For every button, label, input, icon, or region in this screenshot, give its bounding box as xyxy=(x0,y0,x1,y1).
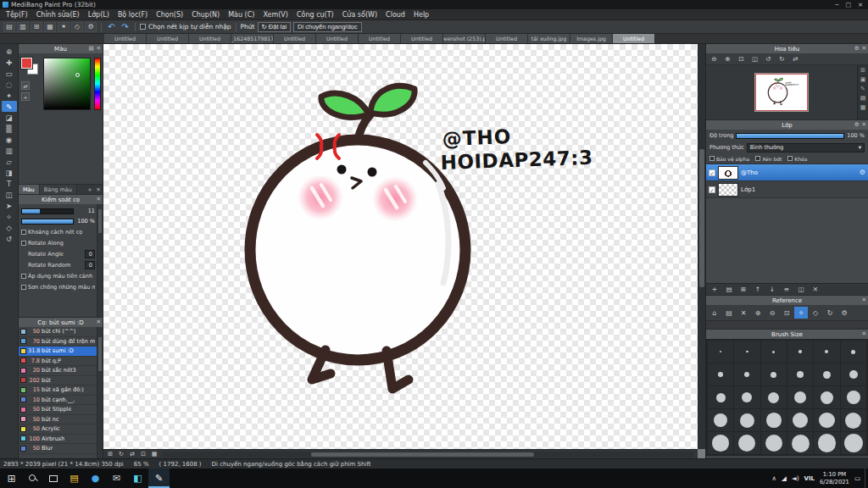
snap-settings-icon[interactable]: ⚙ xyxy=(85,22,97,32)
brush-list-item[interactable]: 50 bút Stipple xyxy=(19,405,97,415)
tool-dot[interactable]: ▒ xyxy=(2,123,17,134)
taskbar-mail-icon[interactable]: ✉ xyxy=(106,469,127,488)
tool-select-eraser[interactable]: ◨ xyxy=(2,167,17,178)
setting-value[interactable]: 0 xyxy=(85,261,95,269)
brush-size-swatch[interactable] xyxy=(787,341,813,363)
taskbar-medibang-icon[interactable]: ✎ xyxy=(148,469,170,488)
saturation-value-picker[interactable] xyxy=(43,58,91,110)
menu-item[interactable]: Công cụ(T) xyxy=(292,11,338,19)
zoom-in-icon[interactable]: ⊕ xyxy=(751,307,765,319)
document-tab[interactable]: Untitled xyxy=(189,34,231,43)
tool-zoom[interactable]: ⊕ xyxy=(2,46,17,57)
brush-size-swatch[interactable] xyxy=(814,432,839,454)
panel-close-icon[interactable]: ✕ xyxy=(862,297,866,303)
snap-radial-icon[interactable]: ✶ xyxy=(58,22,70,32)
brush-list-item[interactable]: 20 bút sắc nét3 xyxy=(19,366,97,376)
home-icon[interactable]: ⌂ xyxy=(708,307,721,319)
settings-icon[interactable]: ⚙ xyxy=(837,307,851,319)
brush-size-swatch[interactable] xyxy=(734,363,760,385)
panel-close-icon[interactable]: ✕ xyxy=(97,196,101,202)
panel-color-icon[interactable]: ▣ xyxy=(860,76,866,83)
panel-scrollbar[interactable] xyxy=(97,204,103,317)
brush-setting-row[interactable]: Áp dụng màu tiền cảnh xyxy=(21,270,95,281)
tab-palette[interactable]: Bảng màu xyxy=(40,185,77,194)
brush-list-item[interactable]: 50 bút nc xyxy=(19,415,97,425)
brush-list-item[interactable]: 50 Blur xyxy=(19,444,97,454)
menu-item[interactable]: Bộ lọc(F) xyxy=(114,11,152,19)
maximize-button[interactable]: □ xyxy=(846,2,852,8)
zoom-out-icon[interactable]: ⊖ xyxy=(708,54,721,64)
flip-horizontal-icon[interactable]: ⇄ xyxy=(127,451,137,458)
merge-layer-icon[interactable]: ≡ xyxy=(780,285,793,295)
brush-list-item[interactable]: 7.8 bút q;P xyxy=(19,357,97,367)
tool-eyedropper[interactable]: ✧ xyxy=(2,211,17,222)
document-tab[interactable]: Screenshot (253).png xyxy=(443,34,486,43)
document-tab[interactable]: Untitled xyxy=(401,34,443,43)
canvas-horizontal-scrollbar[interactable] xyxy=(163,452,693,458)
rotate-left-icon[interactable]: ↺ xyxy=(762,54,775,64)
clock[interactable]: 1:10 PM 6/28/2021 xyxy=(820,471,849,485)
setting-checkbox[interactable] xyxy=(21,241,26,246)
brush-size-swatch[interactable] xyxy=(761,363,787,385)
open-image-icon[interactable]: ▤ xyxy=(722,307,736,319)
grid-toggle-icon[interactable]: ⊞ xyxy=(105,451,115,458)
tool-operate[interactable]: ➤ xyxy=(2,200,17,211)
brush-size-swatch[interactable] xyxy=(761,386,787,408)
zoom-out-icon[interactable]: ⊖ xyxy=(765,307,779,319)
brush-setting-row[interactable]: Rotate Random 0 xyxy=(21,259,95,270)
layer-row[interactable]: ✓ @Tho ⚙ xyxy=(706,164,868,181)
document-tab[interactable]: Untitled xyxy=(486,34,528,43)
tray-chevron-icon[interactable]: ∧ xyxy=(772,474,777,482)
layer-opacity-slider[interactable] xyxy=(736,133,844,139)
tool-lasso[interactable]: ◌ xyxy=(2,79,17,90)
rotate-icon[interactable]: ↻ xyxy=(823,307,837,319)
brush-size-swatch[interactable] xyxy=(841,432,866,454)
minimize-button[interactable]: ─ xyxy=(835,2,838,8)
brush-size-swatch[interactable] xyxy=(734,432,760,454)
brush-setting-row[interactable]: Sơn chồng những màu mờ xyxy=(21,281,95,292)
brush-size-swatch[interactable] xyxy=(708,363,733,385)
panel-material-icon[interactable]: ▦ xyxy=(860,104,866,111)
canvas-viewport[interactable]: @THO HOIDAP247:3 xyxy=(103,44,698,449)
brush-size-slider[interactable] xyxy=(21,208,74,214)
panel-close-icon[interactable]: ✕ xyxy=(862,121,866,128)
foreground-color-swatch[interactable] xyxy=(21,58,32,69)
palette-delete-icon[interactable]: ✕ xyxy=(94,185,103,194)
layer-option[interactable]: Xén bớt xyxy=(755,156,782,162)
panel-scrollbar[interactable] xyxy=(97,327,103,458)
panel-menu-icon[interactable]: ⚙ xyxy=(854,45,860,52)
brush-setting-row[interactable]: Rotate Angle 0 xyxy=(21,248,95,259)
brush-size-swatch[interactable] xyxy=(787,386,813,408)
add-layer-icon[interactable]: + xyxy=(708,285,721,295)
brush-setting-row[interactable]: Rotate Along xyxy=(21,237,95,248)
panel-close-icon[interactable]: ✕ xyxy=(862,45,866,52)
hand-icon[interactable]: ◇ xyxy=(809,307,822,319)
canvas-vertical-scrollbar[interactable] xyxy=(698,44,705,449)
language-indicator[interactable]: VIL xyxy=(804,475,815,482)
panel-navigator-icon[interactable]: ⊞ xyxy=(860,67,865,74)
layer-visibility-checkbox[interactable]: ✓ xyxy=(709,186,715,193)
menu-item[interactable]: Cửa sổ(W) xyxy=(338,11,381,19)
brush-list-item[interactable]: 50 Acrylic xyxy=(19,424,97,435)
layer-settings-icon[interactable]: ⚙ xyxy=(860,169,865,176)
menu-item[interactable]: Chọn(S) xyxy=(152,11,187,19)
menu-item[interactable]: Tệp(F) xyxy=(2,11,32,19)
document-tab[interactable]: Untitled xyxy=(613,34,655,43)
brush-size-swatch[interactable] xyxy=(787,363,813,385)
tool-gradient[interactable]: ▥ xyxy=(2,145,17,156)
panel-brush-icon[interactable]: ✎ xyxy=(860,86,865,92)
brush-opacity-slider[interactable] xyxy=(21,219,74,225)
document-tab[interactable]: large_1624851798177.jpg xyxy=(231,34,274,43)
tool-divide[interactable]: ◫ xyxy=(2,189,17,200)
brush-list-item[interactable]: 202 bút xyxy=(19,376,97,386)
brush-size-swatch[interactable] xyxy=(841,341,866,363)
brush-list-item[interactable]: 100 Airbrush xyxy=(19,435,97,445)
document-tab[interactable]: Untitled xyxy=(147,34,189,43)
brush-size-swatch[interactable] xyxy=(814,341,839,363)
hue-slider[interactable] xyxy=(94,58,101,110)
tool-move[interactable]: ✚ xyxy=(2,57,17,68)
search-button[interactable] xyxy=(23,469,43,488)
layer-option[interactable]: Khóa xyxy=(787,156,807,162)
menu-item[interactable]: Chụp(N) xyxy=(187,11,224,19)
menu-item[interactable]: Chỉnh sửa(E) xyxy=(32,11,84,19)
